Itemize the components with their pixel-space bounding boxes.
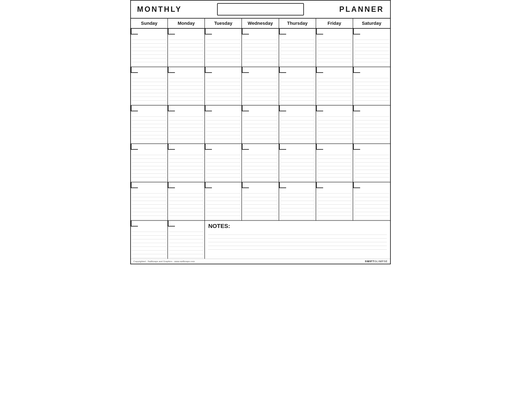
day-cell[interactable] <box>131 105 168 144</box>
cell-line <box>243 86 278 90</box>
cell-lines <box>280 75 315 104</box>
cell-line <box>317 90 352 93</box>
day-cell[interactable] <box>168 105 205 144</box>
notes-day-cell-sunday[interactable] <box>131 221 168 259</box>
cell-line <box>354 51 389 55</box>
day-cell[interactable] <box>168 144 205 182</box>
cell-line <box>317 62 352 66</box>
cell-line <box>243 128 278 132</box>
day-cell[interactable] <box>205 105 242 144</box>
day-cell[interactable] <box>131 67 168 105</box>
day-cell[interactable] <box>316 67 353 105</box>
cell-line <box>317 132 352 135</box>
date-number-box <box>279 182 286 188</box>
date-number-box <box>131 29 138 35</box>
date-number-box <box>316 105 323 111</box>
cell-line <box>243 132 278 135</box>
date-number-box <box>131 221 138 226</box>
cell-line <box>317 177 352 181</box>
day-cell[interactable] <box>353 29 390 67</box>
cell-line <box>243 159 278 163</box>
day-cell[interactable] <box>353 105 390 144</box>
day-cell[interactable] <box>316 29 353 67</box>
cell-lines <box>169 190 204 219</box>
cell-line <box>317 151 352 155</box>
cell-line <box>280 190 315 194</box>
day-cell[interactable] <box>242 67 279 105</box>
cell-lines <box>280 113 315 143</box>
notes-section[interactable]: NOTES: <box>205 221 390 259</box>
cell-line <box>132 78 167 82</box>
cell-lines <box>317 36 352 66</box>
calendar-grid <box>131 29 390 221</box>
day-cell[interactable] <box>205 144 242 182</box>
cell-line <box>132 228 167 232</box>
day-cell[interactable] <box>131 29 168 67</box>
date-number-box <box>279 105 286 111</box>
cell-line <box>132 194 167 197</box>
cell-line <box>169 236 204 239</box>
day-cell[interactable] <box>168 67 205 105</box>
cell-line <box>169 216 204 219</box>
cell-line <box>317 128 352 132</box>
day-cell[interactable] <box>353 67 390 105</box>
cell-line <box>243 59 278 62</box>
cell-line <box>317 97 352 101</box>
day-cell[interactable] <box>242 105 279 144</box>
cell-line <box>132 163 167 166</box>
day-cell[interactable] <box>168 29 205 67</box>
cell-line <box>317 78 352 82</box>
cell-line <box>243 36 278 40</box>
cell-line <box>280 75 315 78</box>
day-cell[interactable] <box>353 144 390 182</box>
day-cell[interactable] <box>205 29 242 67</box>
day-cell[interactable] <box>279 29 316 67</box>
notes-day-cell-monday[interactable] <box>168 221 205 259</box>
cell-lines <box>243 113 278 143</box>
cell-line <box>354 194 389 197</box>
day-cell[interactable] <box>279 67 316 105</box>
date-number-box <box>279 144 286 150</box>
date-number-box <box>168 29 175 35</box>
cell-line <box>206 177 241 181</box>
day-cell[interactable] <box>353 182 390 221</box>
cell-line <box>243 166 278 170</box>
cell-line <box>132 166 167 170</box>
day-cell[interactable] <box>205 182 242 221</box>
day-cell[interactable] <box>205 67 242 105</box>
day-cell[interactable] <box>131 144 168 182</box>
cell-line <box>132 124 167 128</box>
day-cell[interactable] <box>316 105 353 144</box>
cell-line <box>354 135 389 139</box>
day-cell[interactable] <box>279 105 316 144</box>
cell-line <box>280 201 315 205</box>
day-cell[interactable] <box>279 144 316 182</box>
cell-line <box>354 44 389 47</box>
cell-line <box>169 132 204 135</box>
cell-lines <box>243 75 278 104</box>
cell-line <box>132 216 167 219</box>
cell-line <box>243 113 278 117</box>
day-cell[interactable] <box>168 182 205 221</box>
cell-line <box>169 239 204 243</box>
cell-line <box>280 40 315 44</box>
month-input-box[interactable] <box>217 3 304 15</box>
cell-line <box>206 166 241 170</box>
day-cell[interactable] <box>131 182 168 221</box>
day-cell[interactable] <box>279 182 316 221</box>
cell-line <box>317 197 352 201</box>
notes-line <box>208 242 387 246</box>
cell-line <box>280 212 315 216</box>
day-cell[interactable] <box>316 144 353 182</box>
cell-line <box>206 190 241 194</box>
cell-line <box>317 135 352 139</box>
day-cell[interactable] <box>316 182 353 221</box>
date-number-box <box>242 29 249 35</box>
day-cell[interactable] <box>242 144 279 182</box>
day-cell[interactable] <box>242 182 279 221</box>
cell-line <box>317 163 352 166</box>
day-cell[interactable] <box>242 29 279 67</box>
cell-line <box>132 97 167 101</box>
day-headers-row: Sunday Monday Tuesday Wednesday Thursday… <box>131 19 390 29</box>
cell-lines <box>169 75 204 104</box>
